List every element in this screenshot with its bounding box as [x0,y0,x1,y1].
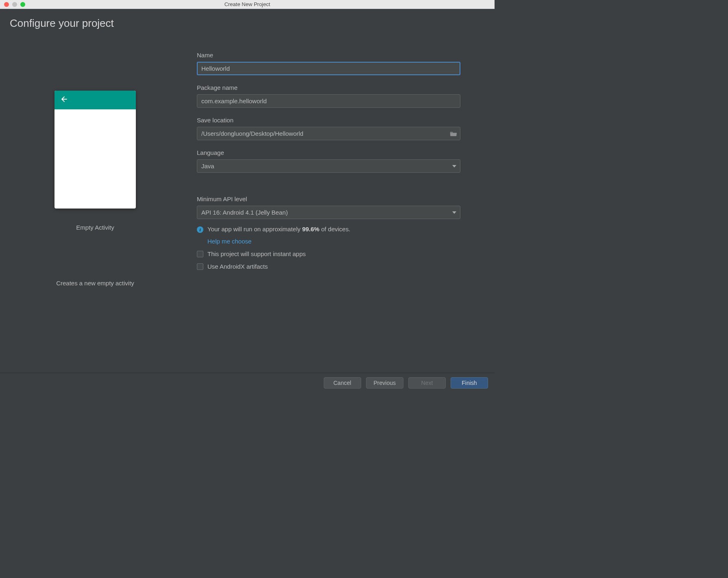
back-arrow-icon [60,95,68,105]
window-minimize-button[interactable] [12,2,17,7]
preview-label: Empty Activity [76,224,114,231]
language-label: Language [197,149,460,156]
location-label: Save location [197,117,460,124]
previous-button[interactable]: Previous [366,377,403,389]
next-button: Next [408,377,446,389]
cancel-button[interactable]: Cancel [324,377,361,389]
min-api-select[interactable]: API 16: Android 4.1 (Jelly Bean) [197,206,460,219]
form-column: Name Package name Save location [197,46,485,373]
location-input[interactable] [197,127,460,140]
api-info-text: Your app will run on approximately 99.6%… [207,226,350,233]
window-maximize-button[interactable] [20,2,25,7]
preview-description: Creates a new empty activity [56,280,134,287]
language-select[interactable]: Java [197,159,460,173]
activity-preview [54,91,136,209]
traffic-lights [0,2,25,7]
page-title: Configure your project [10,17,485,30]
androidx-label: Use AndroidX artifacts [207,263,268,270]
instant-apps-checkbox[interactable] [197,251,203,257]
instant-apps-label: This project will support instant apps [207,250,306,257]
browse-folder-icon[interactable] [450,131,457,137]
instant-apps-row[interactable]: This project will support instant apps [197,250,460,257]
help-me-choose-link[interactable]: Help me choose [207,238,460,245]
name-field-group: Name [197,52,460,75]
package-input[interactable] [197,94,460,108]
window-close-button[interactable] [4,2,9,7]
min-api-field-group: Minimum API level API 16: Android 4.1 (J… [197,196,460,270]
window-title: Create New Project [0,1,495,7]
info-icon: i [197,226,203,233]
language-field-group: Language Java [197,149,460,173]
package-field-group: Package name [197,84,460,108]
preview-column: Empty Activity Creates a new empty activ… [10,46,181,373]
androidx-row[interactable]: Use AndroidX artifacts [197,263,460,270]
min-api-label: Minimum API level [197,196,460,202]
finish-button[interactable]: Finish [451,377,488,389]
window-titlebar: Create New Project [0,0,495,9]
package-label: Package name [197,84,460,91]
preview-appbar [54,91,136,109]
location-field-group: Save location [197,117,460,140]
name-label: Name [197,52,460,59]
androidx-checkbox[interactable] [197,263,203,270]
api-info-row: i Your app will run on approximately 99.… [197,226,460,233]
name-input[interactable] [197,62,460,75]
dialog-footer: Cancel Previous Next Finish [0,373,495,393]
